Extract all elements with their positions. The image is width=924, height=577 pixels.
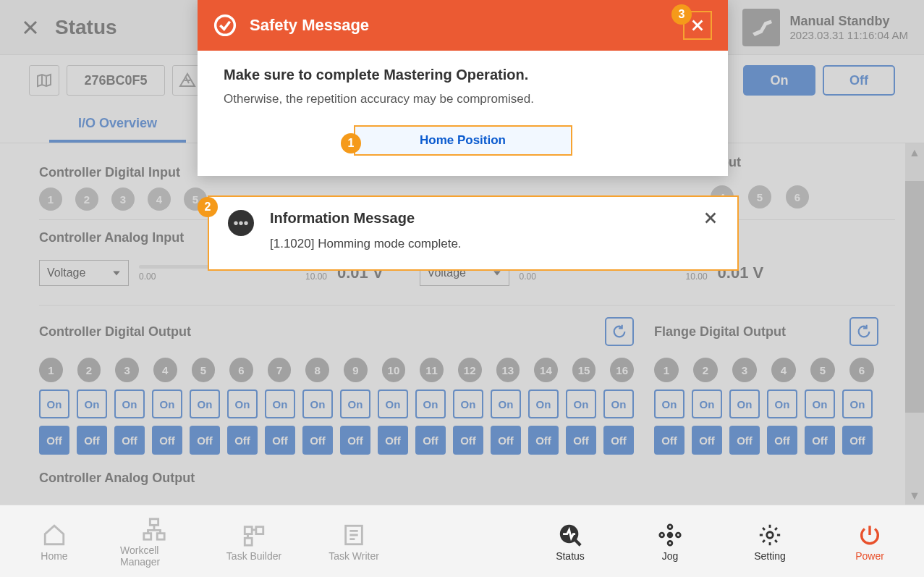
toast-close-button[interactable] [703, 210, 719, 256]
svg-point-8 [668, 533, 672, 537]
home-position-button[interactable]: Home Position [354, 125, 572, 156]
power-icon [856, 521, 883, 549]
nav-workcell[interactable]: Workcell Manager [120, 515, 188, 568]
toast-title: Information Message [270, 210, 462, 227]
svg-rect-0 [150, 518, 158, 525]
svg-rect-1 [144, 533, 151, 539]
safety-title: Safety Message [250, 16, 369, 35]
safety-heading: Make sure to complete Mastering Operatio… [224, 67, 702, 83]
svg-rect-4 [256, 526, 263, 534]
jog-icon [656, 521, 684, 549]
taskbuilder-icon [240, 521, 268, 549]
info-toast: ••• Information Message [1.1020] Homming… [208, 195, 739, 271]
bottom-nav: Home Workcell Manager Task Builder Task … [0, 505, 924, 577]
ellipsis-icon: ••• [228, 210, 254, 236]
safety-paragraph: Otherwise, the repetition accuracy may b… [224, 92, 702, 106]
nav-status[interactable]: Status [536, 521, 604, 562]
nav-power[interactable]: Power [836, 521, 904, 562]
taskwriter-icon [340, 521, 368, 549]
nav-home[interactable]: Home [20, 521, 88, 562]
callout-2: 2 [198, 197, 218, 217]
callout-3: 3 [671, 4, 692, 25]
svg-point-14 [216, 16, 235, 35]
svg-rect-3 [245, 526, 252, 534]
status-icon [556, 521, 584, 549]
gear-icon [756, 521, 784, 549]
svg-point-12 [677, 533, 681, 537]
nav-taskwriter[interactable]: Task Writer [320, 521, 388, 562]
svg-rect-2 [157, 533, 164, 539]
safety-dialog: Safety Message Make sure to complete Mas… [198, 0, 728, 176]
svg-point-9 [668, 524, 672, 528]
svg-point-11 [660, 533, 664, 537]
nav-jog[interactable]: Jog [636, 521, 704, 562]
nav-taskbuilder[interactable]: Task Builder [220, 521, 288, 562]
nav-setting[interactable]: Setting [736, 521, 804, 562]
svg-point-13 [767, 531, 773, 538]
toast-body: [1.1020] Homming mode complete. [270, 237, 462, 251]
callout-1: 1 [341, 133, 361, 153]
workcell-icon [140, 515, 168, 543]
check-circle-icon [213, 14, 237, 37]
svg-point-10 [668, 541, 672, 545]
home-icon [41, 521, 68, 549]
svg-rect-5 [245, 538, 252, 545]
